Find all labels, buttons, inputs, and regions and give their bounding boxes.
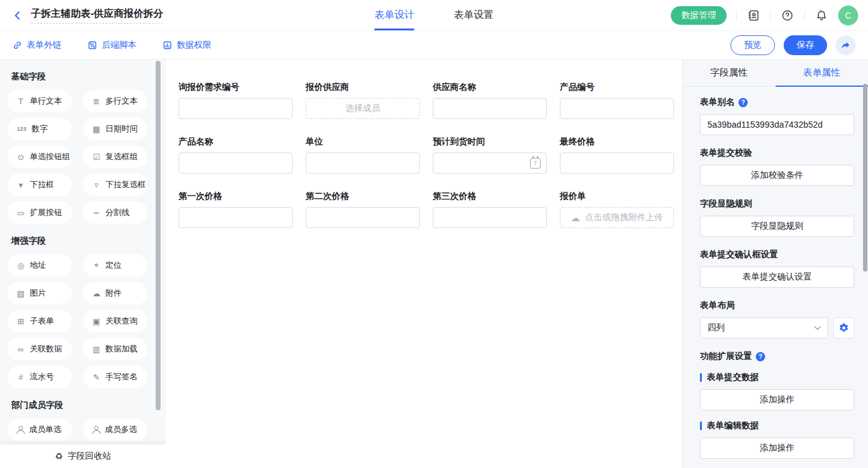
form-alias-label: 表单别名 ? <box>700 97 854 108</box>
field-input[interactable] <box>179 98 293 119</box>
sidebar-item-extend-button[interactable]: ▭扩展按钮 <box>7 201 72 224</box>
sidebar-item-label: 子表单 <box>30 316 54 327</box>
canvas-field-inquiry-code[interactable]: 询报价需求编号 <box>179 82 293 119</box>
help-badge-icon[interactable]: ? <box>756 352 765 361</box>
sidebar-item-single-line-text[interactable]: T单行文本 <box>7 90 72 112</box>
tab-form-properties[interactable]: 表单属性 <box>776 60 868 87</box>
panel-action-button[interactable]: 添加操作 <box>700 438 854 459</box>
subform-icon: ⊞ <box>16 317 25 326</box>
attachment-upload-area[interactable]: ☁点击或拖拽附件上传 <box>560 207 674 228</box>
sidebar-item-member-multi[interactable]: 成员多选 <box>83 418 148 441</box>
panel-section-label: 表单提交确认框设置 <box>700 249 854 260</box>
data-manage-button[interactable]: 数据管理 <box>671 6 727 25</box>
user-avatar[interactable]: C <box>838 6 858 25</box>
field-label: 单位 <box>306 136 420 148</box>
canvas-field-price-1[interactable]: 第一次价格 <box>179 191 293 228</box>
sidebar-item-relation-query[interactable]: ▣关联查询 <box>83 310 148 332</box>
field-input[interactable] <box>179 152 293 174</box>
sidebar-item-subform[interactable]: ⊞子表单 <box>7 310 72 332</box>
sidebar-item-select[interactable]: ▾下拉框 <box>7 174 72 196</box>
tab-form-settings[interactable]: 表单设置 <box>454 0 494 30</box>
field-input[interactable] <box>306 207 420 228</box>
field-recycle-bin-button[interactable]: ♻ 字段回收站 <box>0 444 166 468</box>
sidebar-item-image[interactable]: ▧图片 <box>7 282 72 304</box>
sidebar-item-label: 关联查询 <box>105 316 138 327</box>
sidebar-item-attachment[interactable]: ☁附件 <box>83 282 148 304</box>
member-picker[interactable]: 选择成员 <box>306 98 420 119</box>
preview-button[interactable]: 预览 <box>730 35 775 55</box>
sidebar-item-divider[interactable]: ┅分割线 <box>83 201 148 224</box>
canvas-field-price-3[interactable]: 第三次价格 <box>433 191 547 228</box>
canvas-field-unit[interactable]: 单位 <box>306 136 420 174</box>
form-title[interactable]: 子拆主辅助表-供应商报价拆分 <box>31 7 163 24</box>
sidebar-item-location[interactable]: ⌖定位 <box>83 254 148 276</box>
form-external-link-button[interactable]: 表单外链 <box>12 40 61 51</box>
backend-script-button[interactable]: 后端脚本 <box>87 40 136 51</box>
sidebar-item-serial-number[interactable]: #流水号 <box>7 366 72 388</box>
sidebar-item-label: 数据加载 <box>105 343 138 355</box>
help-badge-icon[interactable]: ? <box>738 98 748 107</box>
form-canvas: 询报价需求编号报价供应商选择成员供应商名称产品编号产品名称单位预计到货时间最终价… <box>166 60 682 468</box>
field-input[interactable] <box>433 98 547 119</box>
sidebar-item-datetime[interactable]: ▦日期时间 <box>83 118 148 140</box>
image-icon: ▧ <box>16 289 25 298</box>
sidebar-item-label: 下拉框 <box>30 179 54 190</box>
sidebar-item-member-single[interactable]: 成员单选 <box>7 418 72 441</box>
data-permission-button[interactable]: 数据权限 <box>162 40 211 51</box>
field-input[interactable] <box>306 152 420 174</box>
field-label: 询报价需求编号 <box>179 82 293 93</box>
canvas-field-quote-supplier[interactable]: 报价供应商选择成员 <box>306 82 420 119</box>
canvas-field-price-2[interactable]: 第二次价格 <box>306 191 420 228</box>
sidebar-item-checkbox-group[interactable]: ☑复选框组 <box>83 146 148 168</box>
tab-field-properties[interactable]: 字段属性 <box>683 60 776 87</box>
panel-section-label: 字段显隐规则 <box>700 198 854 210</box>
field-input[interactable] <box>560 98 674 119</box>
back-button[interactable] <box>10 8 25 23</box>
panel-action-button[interactable]: 字段显隐规则 <box>700 216 854 237</box>
layout-settings-button[interactable] <box>833 317 854 338</box>
sidebar-item-multi-line-text[interactable]: ≣多行文本 <box>83 90 148 112</box>
canvas-field-expected-arrival[interactable]: 预计到货时间 <box>433 136 547 174</box>
field-input[interactable] <box>179 207 293 228</box>
canvas-field-supplier-name[interactable]: 供应商名称 <box>433 82 547 119</box>
panel-section-label: 表单提交校验 <box>700 148 854 159</box>
recycle-bin-label: 字段回收站 <box>68 451 111 462</box>
panel-sections: 表单提交校验添加校验条件字段显隐规则字段显隐规则表单提交确认框设置表单提交确认设… <box>700 148 854 288</box>
share-button[interactable] <box>836 35 856 55</box>
panel-action-button[interactable]: 表单提交确认设置 <box>700 267 854 288</box>
sidebar-item-radio-group[interactable]: ⊙单选按钮组 <box>7 146 72 168</box>
sidebar-item-number[interactable]: 123数字 <box>7 118 72 140</box>
panel-scrollbar[interactable] <box>863 84 867 272</box>
contacts-book-button[interactable] <box>746 8 761 23</box>
sidebar-item-address[interactable]: ◎地址 <box>7 254 72 276</box>
help-button[interactable] <box>780 8 795 23</box>
sidebar-item-label: 单选按钮组 <box>30 151 70 162</box>
form-alias-input[interactable] <box>700 114 854 135</box>
field-label: 第三次价格 <box>433 191 547 202</box>
question-circle-icon <box>781 9 794 22</box>
header-actions: 数据管理 C <box>671 6 858 25</box>
field-input[interactable] <box>560 152 674 174</box>
canvas-field-quote-file[interactable]: 报价单☁点击或拖拽附件上传 <box>560 191 674 228</box>
contacts-book-icon <box>747 9 760 22</box>
page-body: 基础字段T单行文本≣多行文本123数字▦日期时间⊙单选按钮组☑复选框组▾下拉框▿… <box>0 60 868 468</box>
tab-form-design[interactable]: 表单设计 <box>374 0 414 30</box>
field-input[interactable] <box>433 207 547 228</box>
member-single-icon <box>16 426 25 434</box>
canvas-field-product-name[interactable]: 产品名称 <box>179 136 293 174</box>
field-date-input[interactable] <box>433 152 547 174</box>
panel-extension-sections: 表单提交数据添加操作表单编辑数据添加操作 <box>700 372 854 459</box>
sidebar-scrollbar[interactable] <box>156 61 161 410</box>
sidebar-item-relation-data[interactable]: ∞关联数据 <box>7 338 72 360</box>
save-button[interactable]: 保存 <box>784 35 827 55</box>
notifications-button[interactable] <box>814 8 829 23</box>
canvas-field-final-price[interactable]: 最终价格 <box>560 136 674 174</box>
layout-select[interactable]: 四列 <box>700 317 828 338</box>
sidebar-item-multi-select[interactable]: ▿下拉复选框 <box>83 174 148 196</box>
canvas-field-product-code[interactable]: 产品编号 <box>560 82 674 119</box>
checkbox-icon: ☑ <box>92 152 101 162</box>
panel-action-button[interactable]: 添加操作 <box>700 389 854 410</box>
sidebar-item-data-load[interactable]: ▥数据加载 <box>83 338 148 360</box>
sidebar-item-signature[interactable]: ✎手写签名 <box>83 366 148 388</box>
panel-action-button[interactable]: 添加校验条件 <box>700 165 854 186</box>
